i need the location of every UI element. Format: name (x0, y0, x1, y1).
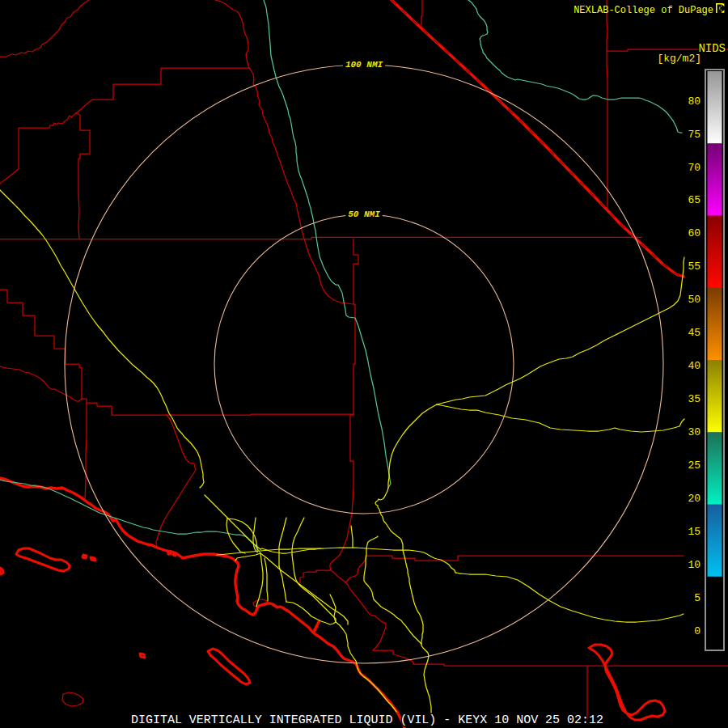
colorbar-segment (708, 288, 722, 361)
island-outlines-shape (173, 553, 176, 556)
island-outlines-shape (16, 548, 70, 571)
county-lines-segment (300, 570, 331, 583)
county-lines-segment (366, 556, 684, 561)
colorbar: 05101520253035404550556065707580 (688, 70, 724, 650)
colorbar-tick-label: 5 (694, 592, 700, 604)
county-lines-segment (331, 570, 345, 582)
county-lines-segment (0, 0, 89, 57)
rivers-segment (468, 0, 682, 133)
county-lines-segment (0, 366, 82, 401)
highways-segment (366, 536, 378, 548)
state-coast-lines-segment (0, 478, 404, 728)
colorbar-segment (708, 216, 722, 289)
island-outlines-shape (83, 555, 87, 558)
county-lines-segment (76, 113, 90, 239)
colorbar-segment (708, 577, 722, 650)
colorbar-units-label: NIDS (698, 42, 726, 55)
island-outlines-shape (140, 654, 145, 658)
colorbar-segment (708, 505, 722, 578)
highways-segment (0, 190, 204, 488)
colorbar-tick-label: 30 (688, 426, 700, 438)
county-lines-segment (0, 113, 76, 184)
colorbar-tick-label: 80 (688, 95, 700, 108)
radar-map: 100 NMI50 NMI 05101520253035404550556065… (0, 0, 728, 728)
highways-segment (265, 558, 268, 601)
colorbar-tick-label: 35 (688, 393, 700, 405)
colorbar-tick-label: 15 (688, 526, 700, 538)
county-lines-segment (215, 0, 353, 304)
colorbar-tick-label: 45 (688, 327, 700, 339)
island-outlines-shape (208, 649, 250, 684)
colorbar-tick-label: 50 (688, 294, 700, 306)
colorbar-tick-label: 55 (688, 260, 700, 273)
colorbar-tick-label: 65 (688, 194, 700, 206)
colorbar-tick-label: 70 (688, 162, 700, 174)
cod-logo-icon (716, 4, 724, 14)
highways (0, 190, 684, 717)
island-outlines-shape (0, 568, 3, 574)
coast-stub (314, 622, 319, 632)
colorbar-tick-label: 40 (688, 360, 700, 372)
county-lines-segment (0, 237, 641, 239)
highways-segment (292, 555, 336, 621)
rivers (0, 0, 682, 553)
colorbar-tick-label: 75 (688, 129, 700, 141)
highways-segment (351, 526, 353, 548)
colorbar-segment (708, 360, 722, 433)
state-coast-lines (0, 0, 684, 728)
highways-segment (437, 257, 684, 404)
colorbar-segment (708, 71, 722, 144)
highways-segment (437, 404, 684, 432)
ring-label: 100 NMI (345, 60, 383, 70)
county-lines-segment (0, 290, 82, 399)
island-outlines-shape (91, 557, 95, 561)
range-ring-50-nmi (214, 214, 514, 514)
brand-text: NEXLAB-College of DuPage (574, 5, 713, 16)
island-outlines-shape (168, 552, 171, 554)
island-outlines (0, 548, 665, 720)
county-lines-segment (156, 415, 196, 547)
ring-label: 50 NMI (348, 210, 380, 219)
county-lines-segment (85, 403, 87, 500)
colorbar-tick-label: 10 (688, 559, 700, 571)
county-lines-segment (76, 68, 250, 113)
highways-segment (279, 518, 286, 566)
rivers-segment (0, 480, 260, 553)
product-title: DIGITAL VERTICALLY INTEGRATED LIQUID (VI… (131, 713, 603, 727)
colorbar-tick-label: 25 (688, 459, 700, 472)
colorbar-tick-label: 0 (694, 625, 700, 637)
county-lines-segment (330, 239, 358, 570)
county-lines (0, 0, 728, 719)
island-outlines-shape (589, 645, 665, 720)
colorbar-tick-label: 60 (688, 227, 700, 239)
colorbar-tick-label: 20 (688, 493, 700, 505)
colorbar-segment (708, 432, 722, 505)
county-lines-segment (421, 0, 422, 25)
county-lines-segment (62, 692, 83, 706)
coast-stub-segment (314, 622, 319, 632)
county-lines-segment (345, 556, 366, 582)
county-lines-segment (607, 0, 607, 209)
county-lines-segment (345, 582, 728, 666)
colorbar-units-sub: [kg/m2] (657, 53, 701, 65)
colorbar-segment (708, 143, 722, 216)
county-lines-segment (82, 399, 353, 415)
highways-segment (235, 553, 260, 561)
highways-segment (256, 553, 263, 607)
radar-display: 100 NMI50 NMI 05101520253035404550556065… (0, 0, 728, 728)
